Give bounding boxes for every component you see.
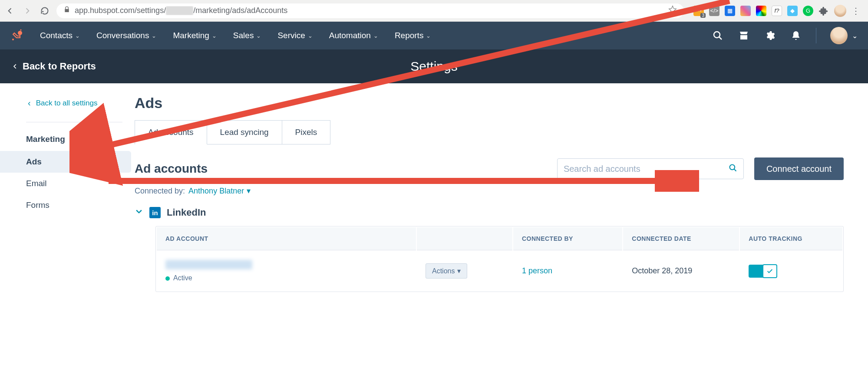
caret-down-icon: ▾ [247,186,251,196]
col-connected-by: CONNECTED BY [513,227,622,250]
notifications-bell-icon[interactable] [790,30,802,42]
extension-icon[interactable]: ▦ [725,6,735,16]
tab-ad-accounts[interactable]: Ad accounts [135,120,207,144]
back-to-reports-link[interactable]: Back to Reports [0,61,96,72]
search-ad-accounts[interactable] [557,158,744,179]
chevron-down-icon: ⌄ [256,33,261,39]
cell-connected-date: October 28, 2019 [623,251,739,291]
extension-icon[interactable]: ◆ [787,6,798,16]
nav-divider [816,28,816,43]
table-row: Active Actions ▾ 1 person October 28, 20… [157,251,842,291]
tab-lead-syncing[interactable]: Lead syncing [207,120,282,144]
nav-sales[interactable]: Sales⌄ [233,31,261,40]
caret-down-icon: ▾ [457,267,461,275]
lock-icon [63,6,70,15]
nav-service[interactable]: Service⌄ [277,31,312,40]
cell-auto-tracking [740,251,842,291]
settings-gear-icon[interactable] [764,30,776,42]
settings-sidebar: Back to all settings Marketing Ads Email… [0,83,135,387]
account-menu[interactable]: ⌄ [830,27,858,44]
chevron-down-icon: ⌄ [75,33,80,39]
back-all-label: Back to all settings [36,99,98,108]
chevron-down-icon: ⌄ [852,32,858,40]
main-area: Back to all settings Marketing Ads Email… [0,83,868,387]
settings-subheader: Back to Reports Settings [0,49,868,83]
account-status: Active [165,274,407,282]
chevron-down-icon: ⌄ [308,33,313,39]
sidebar-item-email[interactable]: Email [0,173,131,194]
svg-point-2 [20,30,22,31]
button-label: Connect account [766,164,832,174]
tab-label: Ad accounts [148,128,194,137]
actions-label: Actions [432,267,455,275]
connected-by-name: Anthony Blatner [188,187,244,196]
sidebar-item-label: Email [26,179,47,188]
table-header-row: AD ACCOUNT CONNECTED BY CONNECTED DATE A… [157,227,842,250]
content-area: Ads Ad accounts Lead syncing Pixels Ad a… [135,83,868,387]
browser-forward-button[interactable] [22,5,33,16]
browser-reload-button[interactable] [39,5,50,16]
cell-actions: Actions ▾ [417,251,512,291]
collapse-caret-icon[interactable] [135,207,143,218]
back-to-all-settings-link[interactable]: Back to all settings [0,94,135,118]
extension-icon[interactable]: </> [709,6,719,16]
account-group-linkedin: in LinkedIn [135,207,844,218]
nav-conversations[interactable]: Conversations⌄ [96,31,156,40]
extension-icon[interactable]: f? [772,6,782,16]
chevron-down-icon: ⌄ [426,33,431,39]
connected-by-dropdown[interactable]: Anthony Blatner ▾ [188,186,251,196]
nav-right: ⌄ [712,27,858,44]
nav-marketing[interactable]: Marketing⌄ [173,31,216,40]
bookmark-star-icon[interactable] [668,5,677,16]
nav-items: Contacts⌄ Conversations⌄ Marketing⌄ Sale… [40,31,431,40]
browser-back-button[interactable] [4,5,16,16]
nav-automation[interactable]: Automation⌄ [329,31,378,40]
browser-profile-avatar[interactable] [834,5,846,17]
browser-url-bar[interactable]: app.hubspot.com/settings/xxxxxxx/marketi… [56,3,684,18]
sidebar-item-forms[interactable]: Forms [0,194,131,216]
section-header-row: Ad accounts Connect account [135,157,844,180]
extension-icon[interactable] [740,6,751,16]
sidebar-section-marketing: Marketing [0,130,135,151]
nav-contacts[interactable]: Contacts⌄ [40,31,80,40]
account-name-redacted [165,260,252,269]
cell-ad-account: Active [157,251,416,291]
linkedin-icon: in [149,207,161,218]
connected-by-filter: Connected by: Anthony Blatner ▾ [135,186,844,196]
tabs: Ad accounts Lead syncing Pixels [135,120,844,144]
actions-dropdown-button[interactable]: Actions ▾ [426,263,467,279]
auto-tracking-toggle[interactable] [749,265,777,278]
browser-menu-icon[interactable]: ⋮ [851,6,860,16]
ad-accounts-table: AD ACCOUNT CONNECTED BY CONNECTED DATE A… [155,226,844,292]
col-actions [417,227,512,250]
nav-reports[interactable]: Reports⌄ [395,31,431,40]
connected-by-label: Connected by: [135,187,185,196]
browser-extensions: ••• </> ▦ f? ◆ G ⋮ [690,5,864,17]
back-link-label: Back to Reports [23,61,96,72]
connect-account-button[interactable]: Connect account [754,157,844,180]
hubspot-logo-icon[interactable] [10,29,24,43]
sidebar-item-ads[interactable]: Ads [0,151,131,173]
extension-icon[interactable]: G [803,6,813,16]
extension-icon[interactable]: ••• [693,6,704,16]
section-heading: Ad accounts [135,162,547,176]
sidebar-item-label: Forms [26,200,50,210]
toggle-knob [762,264,777,278]
tab-label: Lead syncing [220,128,269,137]
page-title: Ads [135,95,844,112]
marketplace-icon[interactable] [738,30,750,42]
tab-label: Pixels [295,128,317,137]
extension-icon[interactable] [756,6,766,16]
chevron-down-icon: ⌄ [212,33,217,39]
extensions-menu-icon[interactable] [818,6,829,16]
settings-title: Settings [410,59,457,74]
tab-pixels[interactable]: Pixels [282,120,331,144]
search-icon[interactable] [712,30,724,42]
cell-connected-by[interactable]: 1 person [513,251,622,291]
col-connected-date: CONNECTED DATE [623,227,739,250]
search-icon [729,164,737,174]
sidebar-divider [26,122,122,122]
avatar [830,27,848,44]
col-auto-tracking: AUTO TRACKING [740,227,842,250]
search-input[interactable] [564,164,729,174]
